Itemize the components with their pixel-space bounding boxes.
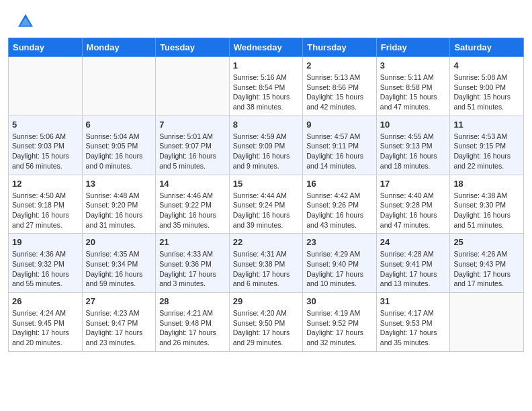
calendar-cell: 3Sunrise: 5:11 AMSunset: 8:58 PMDaylight… (376, 57, 450, 116)
calendar-cell: 28Sunrise: 4:21 AMSunset: 9:48 PMDayligh… (156, 293, 230, 352)
day-number: 29 (233, 296, 300, 306)
calendar-cell: 29Sunrise: 4:20 AMSunset: 9:50 PMDayligh… (229, 293, 303, 352)
calendar-cell: 13Sunrise: 4:48 AMSunset: 9:20 PMDayligh… (82, 175, 156, 234)
calendar-cell: 26Sunrise: 4:24 AMSunset: 9:45 PMDayligh… (9, 293, 83, 352)
day-info: Sunrise: 4:40 AMSunset: 9:28 PMDaylight:… (380, 191, 447, 230)
day-number: 19 (12, 237, 79, 247)
calendar-cell: 14Sunrise: 4:46 AMSunset: 9:22 PMDayligh… (156, 175, 230, 234)
calendar-cell: 25Sunrise: 4:26 AMSunset: 9:43 PMDayligh… (450, 234, 524, 293)
weekday-header: Tuesday (156, 38, 230, 57)
day-number: 11 (453, 120, 520, 130)
day-number: 25 (453, 237, 520, 247)
calendar-cell: 30Sunrise: 4:19 AMSunset: 9:52 PMDayligh… (303, 293, 377, 352)
calendar-cell: 17Sunrise: 4:40 AMSunset: 9:28 PMDayligh… (376, 175, 450, 234)
calendar-cell: 21Sunrise: 4:33 AMSunset: 9:36 PMDayligh… (156, 234, 230, 293)
day-number: 2 (306, 60, 373, 71)
calendar-cell: 8Sunrise: 4:59 AMSunset: 9:09 PMDaylight… (229, 116, 303, 175)
calendar-week-row: 5Sunrise: 5:06 AMSunset: 9:03 PMDaylight… (9, 116, 524, 175)
calendar-cell: 9Sunrise: 4:57 AMSunset: 9:11 PMDaylight… (303, 116, 377, 175)
calendar-week-row: 26Sunrise: 4:24 AMSunset: 9:45 PMDayligh… (9, 293, 524, 352)
calendar-cell: 12Sunrise: 4:50 AMSunset: 9:18 PMDayligh… (9, 175, 83, 234)
weekday-header: Saturday (450, 38, 524, 57)
day-info: Sunrise: 5:01 AMSunset: 9:07 PMDaylight:… (159, 132, 226, 171)
day-info: Sunrise: 4:28 AMSunset: 9:41 PMDaylight:… (380, 249, 447, 289)
day-info: Sunrise: 4:17 AMSunset: 9:53 PMDaylight:… (380, 308, 447, 348)
calendar-cell: 2Sunrise: 5:13 AMSunset: 8:56 PMDaylight… (303, 57, 377, 116)
calendar-wrapper: SundayMondayTuesdayWednesdayThursdayFrid… (0, 38, 532, 360)
page-header (0, 0, 532, 38)
calendar-cell: 16Sunrise: 4:42 AMSunset: 9:26 PMDayligh… (303, 175, 377, 234)
day-info: Sunrise: 4:53 AMSunset: 9:15 PMDaylight:… (453, 132, 520, 171)
calendar-cell: 19Sunrise: 4:36 AMSunset: 9:32 PMDayligh… (9, 234, 83, 293)
day-info: Sunrise: 4:36 AMSunset: 9:32 PMDaylight:… (12, 249, 79, 289)
day-number: 23 (306, 237, 373, 247)
day-number: 4 (453, 60, 520, 71)
calendar-cell: 18Sunrise: 4:38 AMSunset: 9:30 PMDayligh… (450, 175, 524, 234)
calendar-cell (9, 57, 83, 116)
calendar-week-row: 12Sunrise: 4:50 AMSunset: 9:18 PMDayligh… (9, 175, 524, 234)
day-info: Sunrise: 4:20 AMSunset: 9:50 PMDaylight:… (233, 308, 300, 348)
day-info: Sunrise: 5:16 AMSunset: 8:54 PMDaylight:… (233, 73, 300, 112)
calendar-cell: 11Sunrise: 4:53 AMSunset: 9:15 PMDayligh… (450, 116, 524, 175)
logo (16, 12, 38, 31)
day-number: 27 (86, 296, 152, 306)
weekday-header: Thursday (303, 38, 377, 57)
day-info: Sunrise: 5:06 AMSunset: 9:03 PMDaylight:… (12, 132, 79, 171)
day-info: Sunrise: 4:46 AMSunset: 9:22 PMDaylight:… (159, 191, 226, 230)
day-number: 14 (159, 179, 226, 189)
calendar-cell: 4Sunrise: 5:08 AMSunset: 9:00 PMDaylight… (450, 57, 524, 116)
calendar-cell: 15Sunrise: 4:44 AMSunset: 9:24 PMDayligh… (229, 175, 303, 234)
day-number: 8 (233, 120, 300, 130)
day-info: Sunrise: 4:31 AMSunset: 9:38 PMDaylight:… (233, 249, 300, 289)
day-info: Sunrise: 4:50 AMSunset: 9:18 PMDaylight:… (12, 191, 79, 230)
weekday-header: Monday (82, 38, 156, 57)
day-info: Sunrise: 5:08 AMSunset: 9:00 PMDaylight:… (453, 73, 520, 112)
day-info: Sunrise: 5:04 AMSunset: 9:05 PMDaylight:… (86, 132, 152, 171)
day-info: Sunrise: 4:19 AMSunset: 9:52 PMDaylight:… (306, 308, 373, 348)
day-number: 6 (86, 120, 152, 130)
day-number: 12 (12, 179, 79, 189)
calendar-cell: 5Sunrise: 5:06 AMSunset: 9:03 PMDaylight… (9, 116, 83, 175)
day-number: 26 (12, 296, 79, 306)
weekday-header-row: SundayMondayTuesdayWednesdayThursdayFrid… (9, 38, 524, 57)
calendar-cell (82, 57, 156, 116)
day-number: 30 (306, 296, 373, 306)
day-info: Sunrise: 4:24 AMSunset: 9:45 PMDaylight:… (12, 308, 79, 348)
calendar-cell (450, 293, 524, 352)
day-number: 13 (86, 179, 152, 189)
day-number: 22 (233, 237, 300, 247)
day-number: 1 (233, 60, 300, 71)
day-number: 18 (453, 179, 520, 189)
calendar-cell: 23Sunrise: 4:29 AMSunset: 9:40 PMDayligh… (303, 234, 377, 293)
calendar-cell: 1Sunrise: 5:16 AMSunset: 8:54 PMDaylight… (229, 57, 303, 116)
day-number: 31 (380, 296, 447, 306)
day-number: 7 (159, 120, 226, 130)
weekday-header: Sunday (9, 38, 83, 57)
weekday-header: Wednesday (229, 38, 303, 57)
day-number: 10 (380, 120, 447, 130)
day-info: Sunrise: 4:21 AMSunset: 9:48 PMDaylight:… (159, 308, 226, 348)
day-info: Sunrise: 4:59 AMSunset: 9:09 PMDaylight:… (233, 132, 300, 171)
day-info: Sunrise: 4:23 AMSunset: 9:47 PMDaylight:… (86, 308, 152, 348)
day-info: Sunrise: 4:33 AMSunset: 9:36 PMDaylight:… (159, 249, 226, 289)
calendar-cell: 20Sunrise: 4:35 AMSunset: 9:34 PMDayligh… (82, 234, 156, 293)
day-info: Sunrise: 4:57 AMSunset: 9:11 PMDaylight:… (306, 132, 373, 171)
day-info: Sunrise: 4:35 AMSunset: 9:34 PMDaylight:… (86, 249, 152, 289)
calendar-table: SundayMondayTuesdayWednesdayThursdayFrid… (8, 38, 524, 352)
day-number: 24 (380, 237, 447, 247)
weekday-header: Friday (376, 38, 450, 57)
day-info: Sunrise: 4:44 AMSunset: 9:24 PMDaylight:… (233, 191, 300, 230)
day-info: Sunrise: 4:48 AMSunset: 9:20 PMDaylight:… (86, 191, 152, 230)
calendar-week-row: 1Sunrise: 5:16 AMSunset: 8:54 PMDaylight… (9, 57, 524, 116)
day-info: Sunrise: 4:26 AMSunset: 9:43 PMDaylight:… (453, 249, 520, 289)
calendar-cell: 10Sunrise: 4:55 AMSunset: 9:13 PMDayligh… (376, 116, 450, 175)
day-number: 21 (159, 237, 226, 247)
day-info: Sunrise: 5:13 AMSunset: 8:56 PMDaylight:… (306, 73, 373, 112)
logo-icon (16, 12, 35, 31)
calendar-cell (156, 57, 230, 116)
calendar-cell: 27Sunrise: 4:23 AMSunset: 9:47 PMDayligh… (82, 293, 156, 352)
calendar-cell: 22Sunrise: 4:31 AMSunset: 9:38 PMDayligh… (229, 234, 303, 293)
day-number: 15 (233, 179, 300, 189)
day-number: 3 (380, 60, 447, 71)
calendar-cell: 24Sunrise: 4:28 AMSunset: 9:41 PMDayligh… (376, 234, 450, 293)
